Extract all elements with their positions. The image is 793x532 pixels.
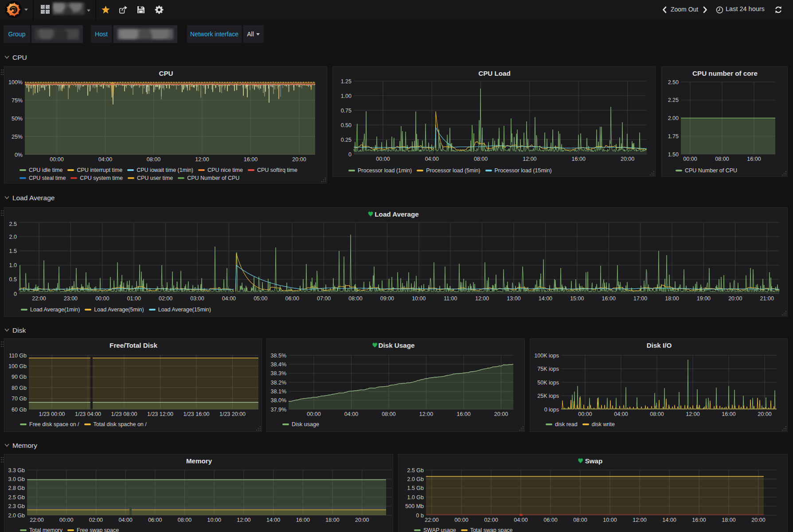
svg-text:20:00: 20:00: [728, 295, 742, 302]
svg-text:1.0: 1.0: [9, 262, 17, 268]
svg-text:12:00: 12:00: [237, 517, 250, 523]
svg-text:05:00: 05:00: [254, 295, 267, 302]
svg-text:38.3%: 38.3%: [271, 370, 286, 377]
svg-text:0 b: 0 b: [416, 513, 424, 519]
svg-text:10:00: 10:00: [207, 517, 221, 523]
svg-text:1.0 Gb: 1.0 Gb: [407, 494, 424, 501]
svg-text:1/23 16:00: 1/23 16:00: [183, 411, 209, 417]
svg-text:1.50: 1.50: [668, 151, 679, 158]
svg-text:1.5 Gb: 1.5 Gb: [407, 485, 424, 491]
svg-text:08:00: 08:00: [178, 517, 191, 523]
svg-text:70 Gb: 70 Gb: [12, 396, 27, 402]
svg-text:08:00: 08:00: [474, 156, 488, 162]
svg-text:Swap: Swap: [585, 457, 603, 465]
svg-text:75K iops: 75K iops: [537, 366, 559, 372]
svg-text:50%: 50%: [12, 116, 23, 122]
svg-text:02:00: 02:00: [89, 517, 103, 523]
svg-text:1.75: 1.75: [668, 133, 679, 140]
svg-text:2.0 Gb: 2.0 Gb: [407, 476, 424, 482]
svg-text:00:00: 00:00: [376, 156, 390, 162]
svg-text:Disk Usage: Disk Usage: [379, 342, 415, 349]
svg-text:1/23 08:00: 1/23 08:00: [111, 411, 137, 417]
svg-text:20:00: 20:00: [355, 517, 369, 523]
svg-text:0.25: 0.25: [341, 137, 352, 143]
svg-text:09:00: 09:00: [380, 295, 394, 302]
svg-text:10:00: 10:00: [412, 295, 426, 302]
svg-text:18:00: 18:00: [665, 295, 679, 302]
svg-text:CPU: CPU: [159, 70, 173, 77]
svg-text:16:00: 16:00: [296, 517, 310, 523]
svg-text:18:00: 18:00: [325, 517, 339, 523]
svg-text:38.5%: 38.5%: [271, 353, 286, 359]
svg-text:3.3 Gb: 3.3 Gb: [8, 467, 25, 474]
svg-text:16:00: 16:00: [244, 156, 258, 163]
svg-text:04:00: 04:00: [118, 517, 132, 523]
svg-text:22:00: 22:00: [32, 295, 46, 302]
svg-text:1/23 04:00: 1/23 04:00: [75, 411, 101, 417]
svg-text:38.0%: 38.0%: [271, 397, 286, 404]
svg-text:00:00: 00:00: [307, 411, 320, 417]
svg-text:20:00: 20:00: [292, 156, 306, 163]
svg-text:08:00: 08:00: [650, 411, 664, 417]
svg-text:12:00: 12:00: [475, 295, 489, 302]
svg-text:37.9%: 37.9%: [271, 407, 286, 413]
svg-text:2.0: 2.0: [9, 234, 17, 240]
svg-text:23:00: 23:00: [64, 295, 78, 302]
svg-text:06:00: 06:00: [148, 517, 162, 523]
svg-text:08:00: 08:00: [573, 517, 587, 523]
svg-text:2.8 Gb: 2.8 Gb: [8, 485, 25, 491]
svg-text:500 Mb: 500 Mb: [405, 503, 424, 509]
svg-text:08:00: 08:00: [715, 156, 729, 162]
svg-text:12:00: 12:00: [686, 411, 699, 417]
svg-text:60 Gb: 60 Gb: [12, 407, 27, 413]
svg-text:25K iops: 25K iops: [537, 393, 559, 399]
svg-text:0.75: 0.75: [341, 108, 352, 114]
svg-text:50K iops: 50K iops: [537, 380, 559, 386]
svg-text:Free/Total Disk: Free/Total Disk: [109, 342, 157, 349]
svg-text:80 Gb: 80 Gb: [12, 385, 27, 391]
svg-text:14:00: 14:00: [539, 295, 552, 302]
svg-text:20:00: 20:00: [494, 411, 508, 417]
svg-text:18:00: 18:00: [722, 517, 735, 523]
svg-text:2.00: 2.00: [668, 115, 679, 121]
svg-text:13:00: 13:00: [507, 295, 520, 302]
svg-text:2.50: 2.50: [668, 79, 679, 85]
svg-text:00:00: 00:00: [454, 517, 468, 523]
svg-text:2.25: 2.25: [668, 97, 679, 103]
svg-text:08:00: 08:00: [382, 411, 395, 417]
svg-text:08:00: 08:00: [348, 295, 362, 302]
svg-text:1/23 00:00: 1/23 00:00: [39, 411, 65, 417]
svg-text:11:00: 11:00: [444, 295, 457, 302]
svg-text:06:00: 06:00: [285, 295, 299, 302]
svg-text:00:00: 00:00: [59, 517, 73, 523]
svg-text:03:00: 03:00: [190, 295, 204, 302]
svg-text:2.5 Gb: 2.5 Gb: [407, 467, 424, 474]
svg-text:0%: 0%: [15, 152, 23, 158]
svg-text:00:00: 00:00: [683, 156, 697, 162]
svg-text:08:00: 08:00: [147, 156, 160, 163]
svg-text:0: 0: [14, 291, 17, 297]
svg-text:38.4%: 38.4%: [271, 361, 286, 368]
svg-text:07:00: 07:00: [317, 295, 331, 302]
svg-text:38.1%: 38.1%: [271, 388, 286, 395]
svg-text:04:00: 04:00: [222, 295, 236, 302]
svg-text:22:00: 22:00: [425, 517, 438, 523]
svg-text:17:00: 17:00: [633, 295, 647, 302]
svg-text:00:00: 00:00: [95, 295, 109, 302]
svg-text:1.25: 1.25: [341, 78, 352, 85]
svg-text:21:00: 21:00: [760, 295, 774, 302]
svg-text:110 Gb: 110 Gb: [9, 353, 27, 359]
svg-text:0 iops: 0 iops: [544, 407, 559, 413]
svg-text:14:00: 14:00: [662, 517, 676, 523]
svg-text:38.2%: 38.2%: [271, 380, 286, 386]
svg-text:0: 0: [348, 151, 352, 158]
svg-text:75%: 75%: [12, 97, 23, 104]
svg-text:16:00: 16:00: [572, 156, 586, 162]
svg-text:2.5: 2.5: [9, 221, 17, 227]
svg-text:00:00: 00:00: [578, 411, 592, 417]
svg-text:1/23 12:00: 1/23 12:00: [147, 411, 173, 417]
svg-text:16:00: 16:00: [722, 411, 735, 417]
svg-text:0.50: 0.50: [341, 122, 352, 128]
svg-text:01:00: 01:00: [127, 295, 141, 302]
svg-text:04:00: 04:00: [514, 517, 527, 523]
